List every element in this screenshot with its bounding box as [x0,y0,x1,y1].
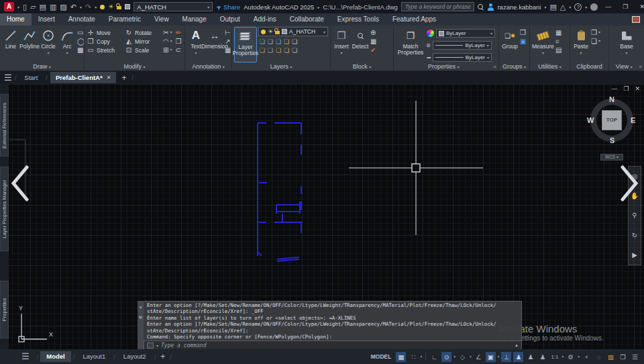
redo-caret-icon[interactable]: ▾ [95,5,97,9]
viewcube-north[interactable]: N [609,95,614,103]
detect-button[interactable]: Detect [352,27,369,62]
tab-annotate[interactable]: Annotate [62,13,102,26]
autocad-app-icon[interactable]: A [4,2,14,11]
autodesk-caret-icon[interactable]: ▾ [569,5,571,9]
tab-collaborate[interactable]: Collaborate [283,13,331,26]
username[interactable]: razane.kabbani [497,3,541,11]
drawing-canvas[interactable]: External References Layer Properties Man… [0,84,644,349]
workspace-gear-icon[interactable]: ⚙ [566,352,576,362]
annotation-scale-sync-toggle[interactable]: ♟ [537,352,547,362]
panel-utilities-label[interactable]: Utilities ▾ [530,62,570,71]
layer-walk-button[interactable]: ❏ [284,47,289,54]
tab-manage[interactable]: Manage [176,13,213,26]
user-menu-caret-icon[interactable]: ▾ [544,5,546,9]
stretch-button[interactable]: ▭Stretch [87,46,121,54]
isolate-objects-toggle[interactable]: ◌ [594,352,604,362]
scale-button[interactable]: ⊡Scale [125,46,160,54]
help-caret-icon[interactable]: ▾ [585,5,587,9]
measure-button[interactable]: Measure ▾ [532,27,554,62]
layer-previous-button[interactable]: ❏ [268,47,273,54]
fillet-caret-icon[interactable]: ▾ [170,38,172,45]
layer-isolate-button[interactable]: ❏ [268,38,273,45]
show-motion-icon[interactable]: ▶ [632,251,637,259]
panel-modify-label[interactable]: Modify ▾ [85,62,184,71]
dim-linear-button[interactable]: ⊢▾ [225,29,231,36]
layer-dropdown[interactable]: ☀ A_HATCH ▾ [258,27,328,36]
annotation-scale-value[interactable]: 1:1 [549,352,559,362]
clean-screen-toggle[interactable]: ❒ [618,352,628,362]
viewcube-east[interactable]: E [631,116,635,124]
array-caret-icon[interactable]: ▾ [170,46,172,54]
quick-layer-dropdown[interactable]: A_HATCH ▾ [133,2,213,11]
tab-parametric[interactable]: Parametric [102,13,148,26]
color-wheel-icon[interactable] [427,30,434,37]
fillet-button[interactable]: ◠▾ [163,38,172,45]
ellipse-button[interactable]: ◯▾ [77,38,84,45]
rectangle-button[interactable]: ▭▾ [77,29,84,36]
layout-menu-icon[interactable]: ☰ [21,350,30,363]
panel-groups-label[interactable]: Groups ▾ [499,62,529,71]
leader-button[interactable]: ↗▾ [225,38,231,45]
base-caret-icon[interactable]: ▾ [625,50,627,55]
paste-button[interactable]: Paste ▾ [572,27,590,62]
layer-freeze-button[interactable]: ❏ [276,38,281,45]
command-prompt-caret-icon[interactable]: ▾ [156,343,158,348]
snap-toggle[interactable]: ∷ [408,352,418,362]
copy-button[interactable]: ❐Copy [87,38,121,45]
print-icon[interactable]: ▨ [60,0,66,13]
linetype-dropdown[interactable]: ByLayer ▾ [433,53,492,62]
object-color-dropdown[interactable]: ByLayer ▾ [436,29,495,38]
match-properties-button[interactable]: ❐ Match Properties [396,27,425,62]
cut-clip-button[interactable]: ❏▾ [591,38,600,45]
block-attr-button[interactable]: ✔ [370,46,376,54]
panel-layers-label[interactable]: Layers ▾ [232,62,330,71]
isodraft-toggle[interactable]: ◇ [458,352,468,362]
autoscale-toggle[interactable]: ♟ [525,352,535,362]
copy-clip-caret-icon[interactable]: ▾ [598,29,600,36]
help-icon[interactable]: ? [574,3,582,11]
drawing-restore-button[interactable]: ❐ [623,85,629,92]
undo-caret-icon[interactable]: ▾ [80,5,82,9]
paste-caret-icon[interactable]: ▾ [580,50,582,55]
palette-external-references[interactable]: External References [0,94,9,156]
search-input[interactable]: Type a keyword or phrase [401,2,475,11]
layer-match-button[interactable]: ❏ [260,47,265,54]
hardware-acceleration-toggle[interactable]: ▧ [606,352,616,362]
layer-unlock-icon[interactable] [117,6,121,9]
gear-caret-icon[interactable]: ▾ [578,355,580,359]
base-button[interactable]: Base ▾ [618,27,635,62]
linetype-icon[interactable]: ╍ [427,54,431,61]
app-store-cart-icon[interactable]: ▤ [549,0,556,13]
cut-clip-caret-icon[interactable]: ▾ [598,38,600,45]
scale-caret-icon[interactable]: ▾ [561,355,564,359]
tab-document[interactable]: Prefab-ClientA* ✕ [50,72,116,83]
layer-properties-button[interactable]: Layer Properties [234,27,257,62]
share-button[interactable]: ➤ Share [216,3,240,11]
app-menu-caret-icon[interactable]: ▾ [17,5,19,9]
search-icon[interactable] [478,4,484,10]
ucs-icon[interactable]: Y X [12,304,55,346]
block-define-button[interactable]: ▦ [370,38,376,45]
text-caret-icon[interactable]: ▾ [195,50,197,55]
layer-thaw-sun-icon[interactable]: ☀ [108,3,113,10]
redo-icon[interactable]: ↷ [85,0,91,13]
offset-button[interactable]: ⊂ [175,46,180,54]
dimension-button[interactable]: ↔ Dimension [206,27,223,62]
ungroup-button[interactable]: ❐ [520,29,526,36]
tab-view[interactable]: View [148,13,176,26]
palette-properties[interactable]: Properties [0,281,9,338]
command-history-up-icon[interactable]: ▲ [515,343,519,347]
block-edit-button[interactable]: ⊕ [370,29,376,36]
properties-launcher-icon[interactable]: » [494,62,496,71]
viewcube[interactable]: N W E S TOP [589,97,635,143]
status-menu-icon[interactable]: ☰ [630,352,640,362]
ribbon-options-icon[interactable] [632,16,640,23]
layer-unlock-button[interactable]: ❏ [276,47,281,54]
account-avatar[interactable] [590,3,598,11]
tab-output[interactable]: Output [213,13,247,26]
tab-insert[interactable]: Insert [32,13,62,26]
quick-select-button[interactable]: ▦ [555,29,561,36]
wcs-dropdown[interactable]: WCS ▾ [600,154,623,161]
undo-icon[interactable]: ↶ [70,0,76,13]
window-minimize-button[interactable]: — [601,3,615,10]
